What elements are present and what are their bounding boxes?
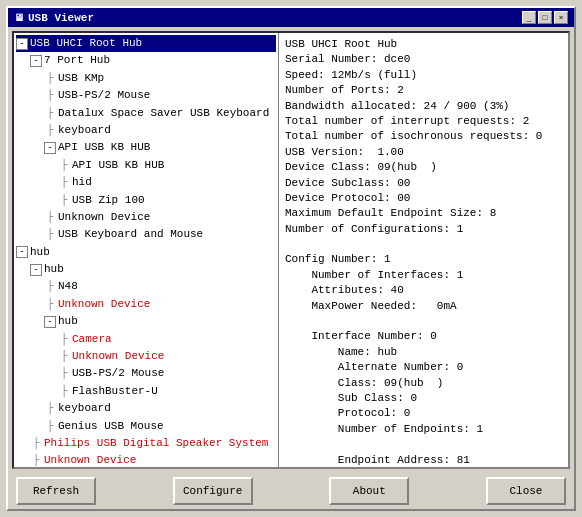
leaf-dash: ├	[58, 175, 70, 190]
tree-item-label: USB UHCI Root Hub	[30, 36, 142, 51]
leaf-dash: ├	[58, 332, 70, 347]
tree-item-label: Unknown Device	[72, 349, 164, 364]
leaf-dash: ├	[44, 106, 56, 121]
tree-item-label: API USB KB HUB	[72, 158, 164, 173]
tree-item-label: USB-PS/2 Mouse	[72, 366, 164, 381]
expand-icon[interactable]: -	[44, 316, 56, 328]
tree-item-label: Datalux Space Saver USB Keyboard	[58, 106, 269, 121]
tree-item-unknown1[interactable]: ├Unknown Device	[16, 209, 276, 226]
leaf-dash: ├	[44, 297, 56, 312]
content-area: -USB UHCI Root Hub-7 Port Hub├USB KMp├US…	[12, 31, 570, 469]
tree-item-datalux[interactable]: ├Datalux Space Saver USB Keyboard	[16, 105, 276, 122]
tree-item-usbps2mouse2[interactable]: ├USB-PS/2 Mouse	[16, 365, 276, 382]
tree-item-apikb[interactable]: -API USB KB HUB	[16, 139, 276, 156]
tree-item-label: hid	[72, 175, 92, 190]
tree-item-unknown3[interactable]: ├Unknown Device	[16, 348, 276, 365]
tree-item-label: Unknown Device	[44, 453, 136, 467]
tree-item-label: keyboard	[58, 401, 111, 416]
tree-item-label: USB-PS/2 Mouse	[58, 88, 150, 103]
tree-item-hid[interactable]: ├hid	[16, 174, 276, 191]
tree-item-label: keyboard	[58, 123, 111, 138]
expand-icon[interactable]: -	[30, 55, 42, 67]
leaf-dash: ├	[44, 71, 56, 86]
tree-item-usbkbmouse[interactable]: ├USB Keyboard and Mouse	[16, 226, 276, 243]
leaf-dash: ├	[58, 349, 70, 364]
main-window: 🖥 USB Viewer _ □ × -USB UHCI Root Hub-7 …	[6, 6, 576, 511]
leaf-dash: ├	[44, 279, 56, 294]
minimize-button[interactable]: _	[522, 11, 536, 24]
tree-item-hub1[interactable]: -hub	[16, 244, 276, 261]
tree-item-hub3[interactable]: -hub	[16, 313, 276, 330]
about-button[interactable]: About	[329, 477, 409, 505]
tree-item-label: Genius USB Mouse	[58, 419, 164, 434]
tree-item-zip[interactable]: ├USB Zip 100	[16, 192, 276, 209]
tree-item-label: Philips USB Digital Speaker System	[44, 436, 268, 451]
leaf-dash: ├	[44, 419, 56, 434]
tree-item-label: USB KMp	[58, 71, 104, 86]
tree-item-hub2[interactable]: -hub	[16, 261, 276, 278]
leaf-dash: ├	[44, 88, 56, 103]
leaf-dash: ├	[44, 401, 56, 416]
leaf-dash: ├	[58, 158, 70, 173]
tree-item-7port[interactable]: -7 Port Hub	[16, 52, 276, 69]
leaf-dash: ├	[44, 227, 56, 242]
tree-item-unknown2[interactable]: ├Unknown Device	[16, 296, 276, 313]
tree-item-flashbuster1[interactable]: ├FlashBuster-U	[16, 383, 276, 400]
leaf-dash: ├	[30, 453, 42, 467]
tree-item-label: Camera	[72, 332, 112, 347]
close-button-footer[interactable]: Close	[486, 477, 566, 505]
tree-panel[interactable]: -USB UHCI Root Hub-7 Port Hub├USB KMp├US…	[14, 33, 279, 467]
tree-item-label: API USB KB HUB	[58, 140, 150, 155]
tree-item-root[interactable]: -USB UHCI Root Hub	[16, 35, 276, 52]
tree-item-apikb2[interactable]: ├API USB KB HUB	[16, 157, 276, 174]
tree-item-label: hub	[30, 245, 50, 260]
expand-icon[interactable]: -	[16, 38, 28, 50]
tree-item-usbps2mouse[interactable]: ├USB-PS/2 Mouse	[16, 87, 276, 104]
window-icon: 🖥	[14, 12, 24, 24]
leaf-dash: ├	[30, 436, 42, 451]
detail-panel: USB UHCI Root Hub Serial Number: dce0 Sp…	[279, 33, 568, 467]
tree-item-label: hub	[44, 262, 64, 277]
tree-item-label: hub	[58, 314, 78, 329]
leaf-dash: ├	[58, 384, 70, 399]
tree-item-label: N48	[58, 279, 78, 294]
tree-item-unknown4[interactable]: ├Unknown Device	[16, 452, 276, 467]
tree-item-philips[interactable]: ├Philips USB Digital Speaker System	[16, 435, 276, 452]
tree-item-camera[interactable]: ├Camera	[16, 331, 276, 348]
tree-item-genius[interactable]: ├Genius USB Mouse	[16, 418, 276, 435]
tree-item-usbkmp[interactable]: ├USB KMp	[16, 70, 276, 87]
tree-item-keyboard1[interactable]: ├keyboard	[16, 122, 276, 139]
leaf-dash: ├	[44, 210, 56, 225]
tree-item-label: FlashBuster-U	[72, 384, 158, 399]
title-bar: 🖥 USB Viewer _ □ ×	[8, 8, 574, 27]
tree-item-label: USB Keyboard and Mouse	[58, 227, 203, 242]
close-button[interactable]: ×	[554, 11, 568, 24]
title-bar-buttons: _ □ ×	[522, 11, 568, 24]
leaf-dash: ├	[58, 366, 70, 381]
configure-button[interactable]: Configure	[173, 477, 253, 505]
expand-icon[interactable]: -	[44, 142, 56, 154]
tree-item-n48[interactable]: ├N48	[16, 278, 276, 295]
tree-item-label: 7 Port Hub	[44, 53, 110, 68]
expand-icon[interactable]: -	[16, 246, 28, 258]
footer: Refresh Configure About Close	[8, 473, 574, 509]
tree-item-label: Unknown Device	[58, 210, 150, 225]
leaf-dash: ├	[44, 123, 56, 138]
refresh-button[interactable]: Refresh	[16, 477, 96, 505]
tree-item-keyboard2[interactable]: ├keyboard	[16, 400, 276, 417]
tree-item-label: USB Zip 100	[72, 193, 145, 208]
tree-item-label: Unknown Device	[58, 297, 150, 312]
leaf-dash: ├	[58, 193, 70, 208]
expand-icon[interactable]: -	[30, 264, 42, 276]
window-title: USB Viewer	[28, 12, 518, 24]
maximize-button[interactable]: □	[538, 11, 552, 24]
